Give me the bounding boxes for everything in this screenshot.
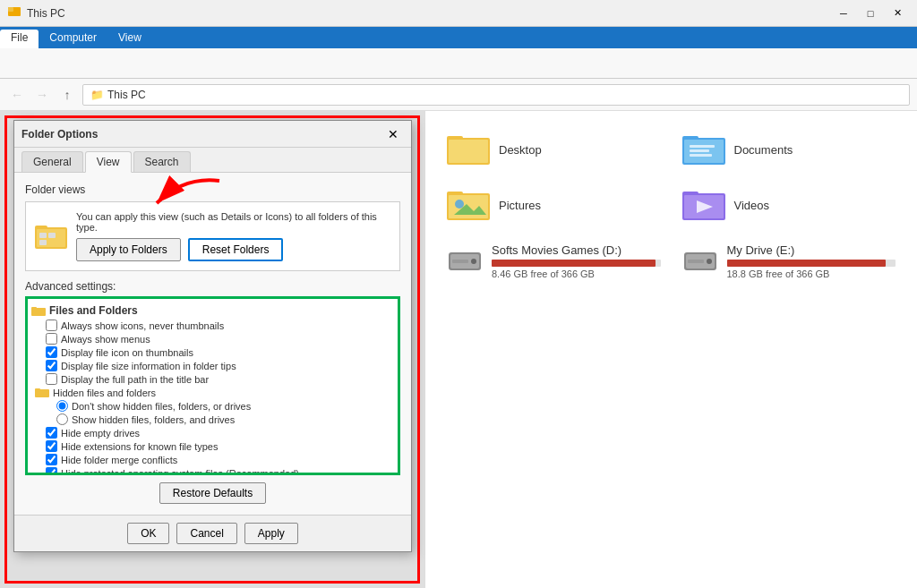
tab-general[interactable]: General: [21, 151, 83, 172]
folder-views-label: Folder views: [25, 183, 400, 196]
radio-show-hidden[interactable]: [56, 413, 68, 425]
group-files-folders-label: Files and Folders: [49, 304, 138, 317]
svg-rect-15: [449, 140, 488, 163]
dialog-footer: OK Cancel Apply: [14, 515, 411, 551]
title-bar-icon: [7, 4, 21, 21]
pictures-label: Pictures: [499, 199, 541, 212]
drive-d-bar-fill: [492, 260, 656, 267]
folder-preview-icon: [35, 220, 67, 252]
label-hide-folder-merge: Hide folder merge conflicts: [61, 455, 177, 465]
ribbon-tab-view[interactable]: View: [107, 30, 152, 48]
setting-hide-empty-drives: Hide empty drives: [31, 426, 394, 439]
desktop-label: Desktop: [499, 143, 542, 157]
folder-item-videos[interactable]: Videos: [679, 184, 900, 226]
svg-rect-20: [690, 149, 709, 152]
group-files-folders: Files and Folders: [31, 303, 394, 319]
videos-label: Videos: [734, 199, 770, 212]
reset-folders-button[interactable]: Reset Folders: [188, 238, 284, 261]
settings-list: Files and Folders Always show icons, nev…: [31, 303, 394, 475]
maximize-button[interactable]: □: [858, 4, 883, 22]
drive-e-info: My Drive (E:) 18.8 GB free of 366 GB: [727, 243, 896, 279]
ok-button[interactable]: OK: [127, 523, 169, 544]
setting-hide-extensions: Hide extensions for known file types: [31, 439, 394, 453]
folder-item-documents[interactable]: Documents: [679, 129, 900, 170]
back-button[interactable]: ←: [7, 85, 27, 105]
dialog-close-button[interactable]: ✕: [382, 124, 404, 144]
drive-d-name: Softs Movies Games (D:): [492, 243, 661, 257]
title-bar: This PC ─ □ ✕: [0, 0, 917, 27]
advanced-settings-label: Advanced settings:: [25, 280, 400, 293]
svg-rect-38: [688, 260, 704, 263]
forward-button[interactable]: →: [32, 85, 52, 105]
svg-rect-21: [690, 154, 712, 157]
apply-to-folders-button[interactable]: Apply to Folders: [76, 238, 181, 261]
desktop-folder-icon: [447, 132, 490, 166]
drive-item-d[interactable]: Softs Movies Games (D:) 8.46 GB free of …: [443, 240, 664, 283]
close-button[interactable]: ✕: [885, 4, 910, 22]
subgroup-hidden-files: Hidden files and folders: [31, 386, 394, 399]
drive-e-name: My Drive (E:): [727, 243, 896, 257]
right-panel: Desktop Documents: [425, 111, 917, 588]
checkbox-always-show-menus[interactable]: [46, 333, 57, 345]
dialog-tabs: General View Search: [14, 148, 411, 173]
left-panel: Folder Options ✕ General View Search Fol…: [0, 111, 425, 588]
checkbox-hide-empty-drives[interactable]: [46, 427, 57, 439]
svg-rect-34: [452, 260, 468, 263]
drive-d-icon-wrap: [447, 249, 483, 274]
setting-hide-protected: Hide protected operating system files (R…: [31, 466, 394, 475]
checkbox-hide-protected[interactable]: [46, 467, 57, 475]
radio-dont-show-hidden[interactable]: [56, 400, 68, 412]
checkbox-display-file-size[interactable]: [46, 360, 57, 371]
breadcrumb-arrow: 📁: [90, 89, 104, 101]
tab-view[interactable]: View: [85, 151, 132, 173]
setting-display-file-size: Display file size information in folder …: [31, 359, 394, 372]
ribbon: File Computer View: [0, 27, 917, 79]
svg-rect-8: [39, 240, 47, 245]
label-hide-protected: Hide protected operating system files (R…: [61, 468, 299, 476]
address-bar: ← → ↑ 📁 This PC: [0, 79, 917, 111]
subgroup-hidden-files-label: Hidden files and folders: [53, 388, 156, 398]
settings-list-container[interactable]: Files and Folders Always show icons, nev…: [25, 296, 400, 475]
drive-d-bar-bg: [492, 260, 661, 267]
label-dont-show-hidden: Don't show hidden files, folders, or dri…: [72, 401, 251, 412]
drive-item-e[interactable]: My Drive (E:) 18.8 GB free of 366 GB: [679, 240, 900, 283]
title-bar-title: This PC: [27, 7, 826, 20]
ribbon-tab-file[interactable]: File: [0, 30, 39, 48]
documents-label: Documents: [734, 143, 793, 157]
svg-rect-7: [48, 233, 56, 238]
folder-item-pictures[interactable]: Pictures: [443, 184, 664, 226]
dialog-title: Folder Options: [21, 128, 382, 141]
apply-button[interactable]: Apply: [244, 523, 298, 544]
setting-always-show-icons: Always show icons, never thumbnails: [31, 319, 394, 332]
checkbox-hide-extensions[interactable]: [46, 440, 57, 452]
setting-show-hidden: Show hidden files, folders, and drives: [31, 413, 394, 426]
documents-folder-icon: [682, 132, 725, 166]
up-button[interactable]: ↑: [57, 85, 77, 105]
drive-e-icon-wrap: [682, 249, 718, 274]
ribbon-tab-computer[interactable]: Computer: [39, 30, 107, 48]
checkbox-always-show-icons[interactable]: [46, 320, 57, 331]
setting-display-full-path: Display the full path in the title bar: [31, 372, 394, 386]
minimize-button[interactable]: ─: [831, 4, 856, 22]
folder-views-btns: Apply to Folders Reset Folders: [76, 238, 390, 261]
checkbox-hide-folder-merge[interactable]: [46, 454, 57, 465]
label-display-file-size: Display file size information in folder …: [61, 361, 236, 371]
checkbox-display-file-icon[interactable]: [46, 346, 57, 358]
setting-always-show-menus: Always show menus: [31, 332, 394, 345]
label-always-show-menus: Always show menus: [61, 334, 150, 345]
pictures-folder-icon: [447, 188, 490, 222]
videos-folder-icon: [682, 188, 725, 222]
folder-views-desc: You can apply this view (such as Details…: [76, 211, 390, 261]
tab-search[interactable]: Search: [133, 151, 191, 172]
folder-item-desktop[interactable]: Desktop: [443, 129, 664, 170]
address-path[interactable]: 📁 This PC: [82, 84, 910, 106]
restore-defaults-button[interactable]: Restore Defaults: [159, 482, 266, 504]
folder-views-text: You can apply this view (such as Details…: [76, 211, 390, 233]
checkbox-display-full-path[interactable]: [46, 373, 57, 385]
drive-e-icon: [682, 249, 718, 274]
folder-views-box: You can apply this view (such as Details…: [25, 201, 400, 271]
drive-e-bar-bg: [727, 260, 896, 267]
cancel-button[interactable]: Cancel: [176, 523, 236, 544]
ribbon-content: [0, 48, 917, 79]
restore-defaults-row: Restore Defaults: [25, 482, 400, 504]
